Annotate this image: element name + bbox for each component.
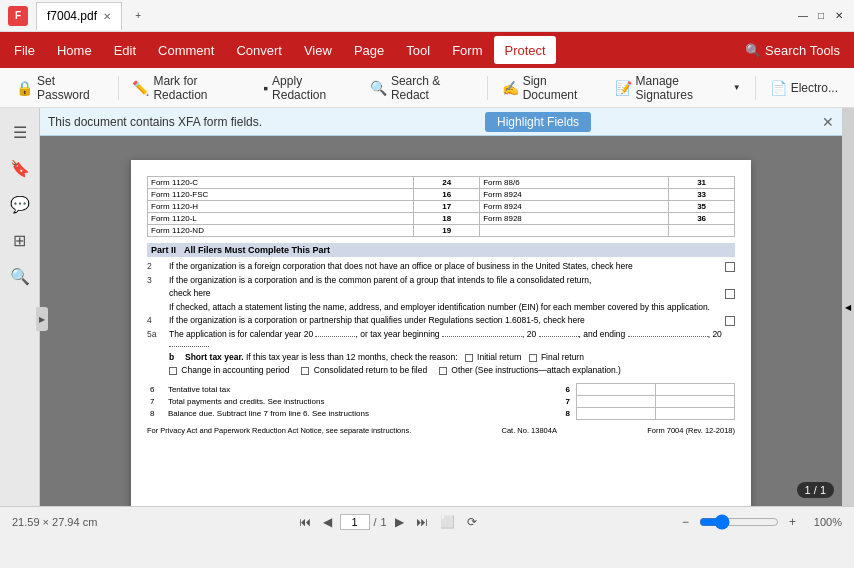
table-cell: 35 [669,201,735,213]
app-logo: F [8,6,28,26]
zoom-slider[interactable] [699,514,779,530]
titlebar: F f7004.pdf ✕ + — □ ✕ [0,0,854,32]
page-number-input[interactable] [340,514,370,530]
toolbar-sep-2 [487,76,488,100]
field-checkbox[interactable] [725,262,735,272]
titlebar-tab[interactable]: f7004.pdf ✕ [36,2,122,30]
menu-edit[interactable]: Edit [104,36,146,64]
field-text: If checked, attach a statement listing t… [169,302,735,312]
footer-privacy: For Privacy Act and Paperwork Reduction … [147,426,411,435]
next-page-btn[interactable]: ▶ [391,513,408,531]
collapse-panel-btn[interactable]: ▶ [36,307,48,331]
page-badge: 1 / 1 [797,482,834,498]
line-section: 6 Tentative total tax 6 7 Total payments… [147,383,735,420]
close-btn[interactable]: ✕ [832,9,846,23]
table-row: Form 1120-FSC 16 Form 8924 33 [148,189,735,201]
menu-comment[interactable]: Comment [148,36,224,64]
rotate-btn[interactable]: ⟳ [463,513,481,531]
field-checkbox[interactable] [725,289,735,299]
field-text: The application is for calendar year 20 … [169,329,735,349]
panel-bookmark-icon[interactable]: 🔖 [4,152,36,184]
set-password-btn[interactable]: 🔒 Set Password [8,73,112,103]
field-row-checkboxes: Change in accounting period Consolidated… [147,365,735,375]
prev-page-btn[interactable]: ◀ [319,513,336,531]
field-checkbox[interactable] [725,316,735,326]
final-return-checkbox[interactable] [529,354,537,362]
table-cell [480,225,669,237]
menu-file[interactable]: File [4,36,45,64]
dotted-line [628,336,708,337]
page-dimensions: 21.59 × 27.94 cm [12,516,97,528]
search-redact-btn[interactable]: 🔍 Search & Redact [362,73,481,103]
panel-search-icon[interactable]: 🔍 [4,260,36,292]
initial-return-checkbox[interactable] [465,354,473,362]
table-cell: Form 1120-H [148,201,414,213]
menu-page[interactable]: Page [344,36,394,64]
tab-filename: f7004.pdf [47,9,97,23]
field-text: Change in accounting period Consolidated… [169,365,735,375]
manage-signatures-label: Manage Signatures [636,74,729,102]
menu-view[interactable]: View [294,36,342,64]
table-cell: 19 [414,225,480,237]
panel-nav-icon[interactable]: ☰ [4,116,36,148]
menu-convert[interactable]: Convert [226,36,292,64]
toolbar: 🔒 Set Password ✏️ Mark for Redaction ▪ A… [0,68,854,108]
electronic-label: Electro... [791,81,838,95]
pdf-footer: For Privacy Act and Paperwork Reduction … [147,426,735,435]
zoom-in-btn[interactable]: + [785,513,800,531]
last-page-btn[interactable]: ⏭ [412,513,432,531]
maximize-btn[interactable]: □ [814,9,828,23]
new-tab-btn[interactable]: + [130,8,146,24]
highlight-fields-btn[interactable]: Highlight Fields [485,112,591,132]
footer-cat: Cat. No. 13804A [502,426,557,435]
dropdown-icon: ▼ [733,83,741,92]
line-value2 [656,396,735,408]
pdf-area[interactable]: This document contains XFA form fields. … [40,108,842,506]
table-cell [669,225,735,237]
accounting-period-checkbox[interactable] [169,367,177,375]
minimize-btn[interactable]: — [796,9,810,23]
line-ref: 7 [559,396,577,408]
menu-home[interactable]: Home [47,36,102,64]
tab-close-btn[interactable]: ✕ [103,11,111,22]
line-6-row: 6 Tentative total tax 6 [147,384,735,396]
panel-layers-icon[interactable]: ⊞ [4,224,36,256]
xfa-close-btn[interactable]: ✕ [822,114,834,130]
field-row-2: 2 If the organization is a foreign corpo… [147,261,735,272]
line-text: Total payments and credits. See instruct… [165,396,559,408]
sign-document-btn[interactable]: ✍ Sign Document [494,73,605,103]
other-checkbox[interactable] [439,367,447,375]
toolbar-sep-1 [118,76,119,100]
menubar-right: 🔍 Search Tools [735,39,850,62]
search-tools-btn[interactable]: 🔍 Search Tools [735,39,850,62]
apply-redaction-btn[interactable]: ▪ Apply Redaction [255,73,360,103]
line-value2 [656,408,735,420]
consolidated-checkbox[interactable] [301,367,309,375]
manage-signatures-btn[interactable]: 📝 Manage Signatures ▼ [607,73,749,103]
menu-form[interactable]: Form [442,36,492,64]
apply-icon: ▪ [263,80,268,96]
first-page-btn[interactable]: ⏮ [295,513,315,531]
menu-tool[interactable]: Tool [396,36,440,64]
sign-document-label: Sign Document [523,74,597,102]
table-cell: 33 [669,189,735,201]
table-cell: Form 88/6 [480,177,669,189]
electronic-btn[interactable]: 📄 Electro... [762,73,846,103]
zoom-out-btn[interactable]: − [678,513,693,531]
menu-protect[interactable]: Protect [494,36,555,64]
panel-comment-icon[interactable]: 💬 [4,188,36,220]
right-panel-collapse[interactable]: ◀ [842,108,854,506]
field-text: If the organization is a corporation or … [169,315,721,325]
table-cell: 24 [414,177,480,189]
dotted-line [539,336,579,337]
zoom-controls: − + 100% [678,513,842,531]
table-cell: Form 8924 [480,201,669,213]
forms-table: Form 1120-C 24 Form 88/6 31 Form 1120-FS… [147,176,735,237]
mark-redaction-btn[interactable]: ✏️ Mark for Redaction [124,73,253,103]
window-controls: — □ ✕ [796,9,846,23]
table-row: Form 1120-C 24 Form 88/6 31 [148,177,735,189]
field-num: 3 [147,275,165,285]
dotted-line [315,336,355,337]
table-row: Form 1120-H 17 Form 8924 35 [148,201,735,213]
fit-page-btn[interactable]: ⬜ [436,513,459,531]
